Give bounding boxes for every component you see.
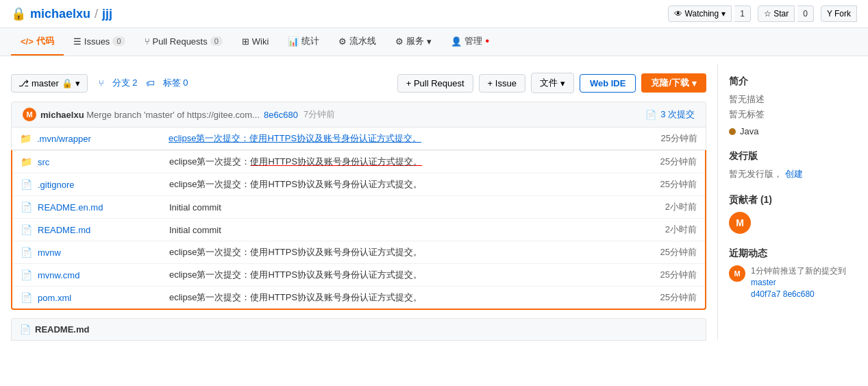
- contributor-avatar[interactable]: M: [729, 212, 751, 234]
- file-commit-msg: eclipse第一次提交：使用HTTPS协议及账号身份认证方式提交。: [160, 132, 643, 145]
- file-name[interactable]: README.en.md: [38, 202, 161, 213]
- file-name[interactable]: mvnw.cmd: [38, 270, 161, 280]
- file-time: 25分钟前: [642, 291, 697, 304]
- pull-request-button[interactable]: + Pull Request: [397, 74, 473, 93]
- file-commit-msg: Initial commit: [161, 225, 642, 235]
- branch-selector[interactable]: ⎇ master 🔒 ▾: [11, 74, 88, 93]
- activity-hash1-link[interactable]: d40f7a7: [751, 289, 780, 299]
- sidebar-intro-title: 简介: [729, 75, 857, 88]
- commit-count-icon: 📄: [645, 110, 656, 120]
- admin-dot: •: [485, 35, 489, 47]
- repo-title: 🔒 michaelxu / jjj: [11, 6, 112, 21]
- nav-item-code[interactable]: </> 代码: [11, 28, 64, 56]
- toolbar: ⎇ master 🔒 ▾ ⑂ 分支 2 🏷 标签 0 + Pull Reques…: [0, 64, 717, 101]
- file-row: 📄 README.en.md Initial commit 2小时前: [12, 196, 705, 219]
- file-time: 2小时前: [642, 201, 697, 213]
- sidebar: 简介 暂无描述 暂无标签 Java 发行版 暂无发行版， 创建 贡献者 (1): [717, 64, 868, 341]
- file-icon: 📄: [21, 179, 32, 190]
- commit-link[interactable]: eclipse第一次提交：使用HTTPS协议及账号身份认证方式提交。: [169, 133, 421, 143]
- nav-item-services[interactable]: ⚙ 服务 ▾: [386, 28, 441, 56]
- file-name[interactable]: .gitignore: [38, 180, 161, 190]
- file-time: 2小时前: [642, 224, 697, 236]
- file-name[interactable]: mvnw: [38, 248, 161, 258]
- chevron-down-icon: ▾: [692, 78, 697, 88]
- tag-count[interactable]: 标签 0: [163, 77, 188, 89]
- file-icon: 📄: [21, 224, 32, 235]
- chevron-down-icon: ▾: [427, 36, 432, 47]
- lock-icon: 🔒: [11, 6, 26, 21]
- code-icon: </>: [21, 36, 34, 47]
- star-label: ☆ Star: [764, 9, 789, 19]
- sidebar-contributors-title: 贡献者 (1): [729, 194, 857, 206]
- file-name[interactable]: pom.xml: [38, 293, 161, 303]
- file-icon: 📄: [21, 247, 32, 258]
- repo-name[interactable]: jjj: [102, 7, 112, 21]
- file-row: 📁 src eclipse第一次提交：使用HTTPS协议及账号身份认证方式提交。…: [12, 150, 705, 173]
- watch-label: Watching: [685, 9, 719, 19]
- wiki-icon: ⊞: [242, 36, 249, 47]
- folder-icon: 📁: [20, 133, 32, 144]
- fork-button[interactable]: Y Fork: [821, 5, 857, 22]
- commit-hash[interactable]: 8e6c680: [264, 110, 298, 120]
- file-row: 📄 pom.xml eclipse第一次提交：使用HTTPS协议及账号身份认证方…: [12, 287, 705, 309]
- release-no-release: 暂无发行版，: [729, 169, 782, 179]
- star-button[interactable]: ☆ Star: [758, 5, 795, 22]
- file-commit-msg: eclipse第一次提交：使用HTTPS协议及账号身份认证方式提交。: [161, 291, 642, 304]
- web-ide-button[interactable]: Web IDE: [580, 74, 636, 93]
- file-time: 25分钟前: [642, 246, 697, 258]
- file-row: 📄 .gitignore eclipse第一次提交：使用HTTPS协议及账号身份…: [12, 173, 705, 196]
- file-name[interactable]: .mvn/wrapper: [37, 134, 160, 144]
- watch-count: 1: [734, 5, 751, 22]
- branch-info: ⑂ 分支 2 🏷 标签 0: [99, 77, 188, 89]
- sidebar-activity: 近期动态 M 1分钟前推送了新的提交到 master d40f7a7 8e6c6…: [729, 248, 857, 300]
- star-count: 0: [797, 5, 814, 22]
- chevron-down-icon: ▾: [721, 9, 726, 19]
- commit-bar: M michaelxu Merge branch 'master' of htt…: [11, 101, 706, 128]
- branch-count[interactable]: 分支 2: [112, 77, 138, 89]
- file-row: 📁 .mvn/wrapper eclipse第一次提交：使用HTTPS协议及账号…: [12, 128, 706, 149]
- lang-label: Java: [740, 126, 758, 136]
- selected-files-group: 📁 src eclipse第一次提交：使用HTTPS协议及账号身份认证方式提交。…: [11, 150, 706, 310]
- nav-item-admin[interactable]: 👤 管理 •: [441, 28, 499, 56]
- sidebar-release: 发行版 暂无发行版， 创建: [729, 150, 857, 180]
- file-row: 📄 README.md Initial commit 2小时前: [12, 219, 705, 241]
- sidebar-activity-title: 近期动态: [729, 248, 857, 260]
- sidebar-contributors: 贡献者 (1) M: [729, 194, 857, 234]
- commit-author-name[interactable]: michaelxu: [40, 110, 84, 120]
- nav-item-issues[interactable]: ☰ Issues 0: [64, 29, 135, 55]
- folder-icon: 📁: [21, 156, 32, 167]
- file-row: 📄 mvnw.cmd eclipse第一次提交：使用HTTPS协议及账号身份认证…: [12, 264, 705, 287]
- clone-download-button[interactable]: 克隆/下载 ▾: [641, 73, 706, 93]
- issue-button[interactable]: + Issue: [479, 74, 525, 93]
- toolbar-right: + Pull Request + Issue 文件 ▾ Web IDE 克隆/下…: [397, 73, 706, 93]
- eye-icon: 👁: [674, 9, 682, 19]
- issues-badge: 0: [112, 36, 125, 46]
- nav-item-pipeline[interactable]: ⚙ 流水线: [329, 28, 386, 56]
- admin-icon: 👤: [451, 36, 462, 47]
- file-time: 25分钟前: [642, 269, 697, 281]
- file-commit-msg: eclipse第一次提交：使用HTTPS协议及账号身份认证方式提交。: [161, 246, 642, 258]
- file-button[interactable]: 文件 ▾: [531, 73, 574, 93]
- file-commit-msg: eclipse第一次提交：使用HTTPS协议及账号身份认证方式提交。: [161, 269, 642, 281]
- commit-author-avatar: M: [23, 108, 36, 121]
- nav-item-wiki[interactable]: ⊞ Wiki: [232, 29, 279, 55]
- watch-button[interactable]: 👁 Watching ▾: [668, 5, 732, 22]
- activity-hash2-link[interactable]: 8e6c680: [783, 289, 815, 299]
- nav-item-pullrequests[interactable]: ⑂ Pull Requests 0: [135, 29, 232, 55]
- username[interactable]: michaelxu: [30, 7, 90, 21]
- file-name[interactable]: src: [38, 157, 161, 167]
- file-time: 25分钟前: [642, 178, 697, 191]
- java-lang-dot: [729, 128, 736, 135]
- file-commit-msg: Initial commit: [161, 202, 642, 213]
- activity-branch-link[interactable]: master: [751, 278, 776, 287]
- lock-sm-icon: 🔒: [62, 78, 73, 88]
- commit-message: Merge branch 'master' of https://gitee.c…: [86, 110, 260, 120]
- file-time: 25分钟前: [642, 156, 697, 168]
- issues-icon: ☰: [73, 36, 82, 47]
- nav-item-stats[interactable]: 📊 统计: [278, 28, 329, 56]
- file-name[interactable]: README.md: [38, 225, 161, 235]
- activity-avatar: M: [729, 265, 745, 282]
- branch-icon: ⎇: [18, 78, 29, 88]
- release-create-link[interactable]: 创建: [785, 169, 803, 179]
- file-time: 25分钟前: [643, 132, 697, 145]
